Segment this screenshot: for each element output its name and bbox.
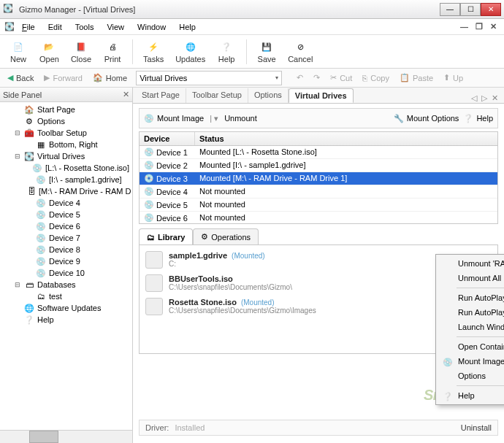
navbar: ◀Back ▶Forward 🏠Home Virtual Drives▾ ↶ ↷… xyxy=(0,69,504,88)
redo-button[interactable]: ↷ xyxy=(309,72,324,84)
tree-item[interactable]: ⊟🗃Databases xyxy=(0,279,132,290)
mdi-minimize-button[interactable]: — xyxy=(457,23,471,31)
tree-twisty-icon[interactable]: ⊟ xyxy=(13,153,21,160)
tab-toolbar-setup[interactable]: Toolbar Setup xyxy=(186,88,248,103)
mount-image-button[interactable]: 💿Mount Image xyxy=(144,114,204,123)
close-button[interactable]: ✕ xyxy=(481,3,501,16)
mount-icon: 💿 xyxy=(144,114,154,123)
context-menu-item[interactable]: Unmount All xyxy=(438,271,504,285)
menu-window[interactable]: Window xyxy=(131,21,172,33)
app-menu-icon[interactable]: 💽 xyxy=(4,22,15,31)
menu-view[interactable]: View xyxy=(101,21,130,33)
address-bar[interactable]: Virtual Drives▾ xyxy=(136,71,282,85)
menu-file[interactable]: File xyxy=(16,21,41,33)
context-menu-item[interactable]: 💿Mount Image xyxy=(438,354,504,369)
context-menu-item[interactable]: Launch Windows Explorer xyxy=(438,320,504,334)
tree-item[interactable]: ❔Help xyxy=(0,314,132,325)
context-menu-item[interactable]: Open Containing Folder xyxy=(438,339,504,354)
tree-node-label: Toolbar Setup xyxy=(37,128,87,137)
tree-item[interactable]: 💿[L:\ - Rosetta Stone.iso] xyxy=(0,162,132,174)
device-row[interactable]: 💿Device 2Mounted [I:\ - sample1.gdrive] xyxy=(140,159,497,172)
print-button[interactable]: 🖨Print xyxy=(99,38,126,65)
context-menu-item[interactable]: ❔Help xyxy=(438,388,504,403)
side-hscrollbar[interactable] xyxy=(0,430,132,443)
context-menu-item[interactable]: Unmount 'RAM Drive - RAM Drive 1' xyxy=(438,256,504,271)
minimize-button[interactable]: — xyxy=(440,3,460,16)
tree-twisty-icon[interactable]: ⊟ xyxy=(13,281,21,288)
close-button-tb[interactable]: 📕Close xyxy=(66,38,96,65)
address-dropdown-icon[interactable]: ▾ xyxy=(275,74,278,81)
tree-item[interactable]: 💿Device 10 xyxy=(0,267,132,279)
open-button[interactable]: 📂Open xyxy=(35,38,64,65)
tree-item[interactable]: ⊟🧰Toolbar Setup xyxy=(0,127,132,139)
tree-twisty-icon[interactable]: ⊟ xyxy=(13,129,21,136)
tree-item[interactable]: 💿[I:\ - sample1.gdrive] xyxy=(0,174,132,185)
cancel-button[interactable]: ⊘Cancel xyxy=(283,38,317,65)
mdi-restore-button[interactable]: ❐ xyxy=(473,22,486,31)
context-menu-item[interactable]: Options xyxy=(438,369,504,383)
col-header-status[interactable]: Status xyxy=(195,132,497,145)
mount-help-button[interactable]: ❔Help xyxy=(463,114,493,123)
tree-item[interactable]: 💿Device 4 xyxy=(0,197,132,209)
tab-virtual-drives[interactable]: Virtual Drives xyxy=(289,88,354,103)
tab-close-icon[interactable]: ✕ xyxy=(492,93,498,103)
unmount-button[interactable]: Unmount xyxy=(224,114,257,123)
device-row[interactable]: 💿Device 3Mounted [M:\ - RAM Drive - RAM … xyxy=(140,172,497,185)
tree-item[interactable]: 🗂test xyxy=(0,290,132,302)
col-header-device[interactable]: Device xyxy=(140,132,195,145)
side-panel-close-icon[interactable]: ✕ xyxy=(123,90,129,99)
device-name: Device 6 xyxy=(156,214,188,223)
device-row[interactable]: 💿Device 5Not mounted xyxy=(140,199,497,212)
tree-item[interactable]: ▦Bottom, Right xyxy=(0,139,132,150)
tree-item[interactable]: 🏠Start Page xyxy=(0,104,132,115)
tab-operations[interactable]: ⚙Operations xyxy=(193,228,259,244)
mount-split-dropdown[interactable]: | ▾ xyxy=(210,114,218,123)
paste-button[interactable]: 📋Paste xyxy=(395,72,438,84)
device-row[interactable]: 💿Device 6Not mounted xyxy=(140,212,497,223)
library-item-mounted: (Mounted) xyxy=(241,298,275,307)
tab-library[interactable]: 🗂Library xyxy=(139,228,193,244)
new-button[interactable]: 📄New xyxy=(4,38,32,65)
image-file-icon xyxy=(145,274,163,292)
tree-view[interactable]: 🏠Start Page⚙Options⊟🧰Toolbar Setup▦Botto… xyxy=(0,102,132,430)
tree-item[interactable]: 💿Device 8 xyxy=(0,244,132,255)
tree-item[interactable]: 💿Device 5 xyxy=(0,209,132,220)
device-rows[interactable]: 💿Device 1Mounted [L:\ - Rosetta Stone.is… xyxy=(140,146,497,223)
menu-edit[interactable]: Edit xyxy=(42,21,68,33)
maximize-button[interactable]: ☐ xyxy=(460,3,481,16)
tree-item[interactable]: 🗄[M:\ - RAM Drive - RAM D xyxy=(0,185,132,197)
tree-item[interactable]: 🌐Software Updates xyxy=(0,302,132,314)
tree-item[interactable]: 💿Device 9 xyxy=(0,255,132,267)
context-menu[interactable]: Unmount 'RAM Drive - RAM Drive 1'Unmount… xyxy=(435,254,504,405)
tab-options[interactable]: Options xyxy=(248,88,289,103)
mount-options-button[interactable]: 🔧Mount Options xyxy=(394,114,459,123)
tab-prev-icon[interactable]: ◁ xyxy=(471,93,477,103)
tab-start-page[interactable]: Start Page xyxy=(136,88,186,103)
tab-next-icon[interactable]: ▷ xyxy=(481,93,487,103)
copy-button[interactable]: ⎘Copy xyxy=(358,72,394,84)
up-button[interactable]: ⬆Up xyxy=(439,72,467,84)
library-item-name: Rosetta Stone.iso xyxy=(169,298,237,307)
context-menu-item[interactable]: Run AutoPlay, or launch Windows Explorer xyxy=(438,290,504,305)
tree-item[interactable]: 💿Device 6 xyxy=(0,220,132,232)
save-button[interactable]: 💾Save xyxy=(253,38,280,65)
back-button[interactable]: ◀Back xyxy=(3,72,38,84)
tasks-button[interactable]: ⚡Tasks xyxy=(139,38,168,65)
undo-button[interactable]: ↶ xyxy=(292,72,308,84)
tree-item[interactable]: ⚙Options xyxy=(0,115,132,127)
device-row[interactable]: 💿Device 4Not mounted xyxy=(140,185,497,199)
help-button-tb[interactable]: ❔Help xyxy=(213,38,240,65)
tree-item[interactable]: ⊟💽Virtual Drives xyxy=(0,150,132,162)
context-menu-label: Open Containing Folder xyxy=(458,342,504,351)
home-button[interactable]: 🏠Home xyxy=(88,72,131,84)
menu-tools[interactable]: Tools xyxy=(69,21,100,33)
tree-item[interactable]: 💿Device 7 xyxy=(0,232,132,244)
cut-button[interactable]: ✂Cut xyxy=(326,72,356,84)
context-menu-item[interactable]: Run AutoPlay xyxy=(438,305,504,320)
forward-button[interactable]: ▶Forward xyxy=(39,72,86,84)
updates-button[interactable]: 🌐Updates xyxy=(171,38,210,65)
menu-help[interactable]: Help xyxy=(173,21,202,33)
uninstall-link[interactable]: Uninstall xyxy=(461,423,492,432)
device-row[interactable]: 💿Device 1Mounted [L:\ - Rosetta Stone.is… xyxy=(140,146,497,159)
mdi-close-button[interactable]: ✕ xyxy=(487,22,500,31)
